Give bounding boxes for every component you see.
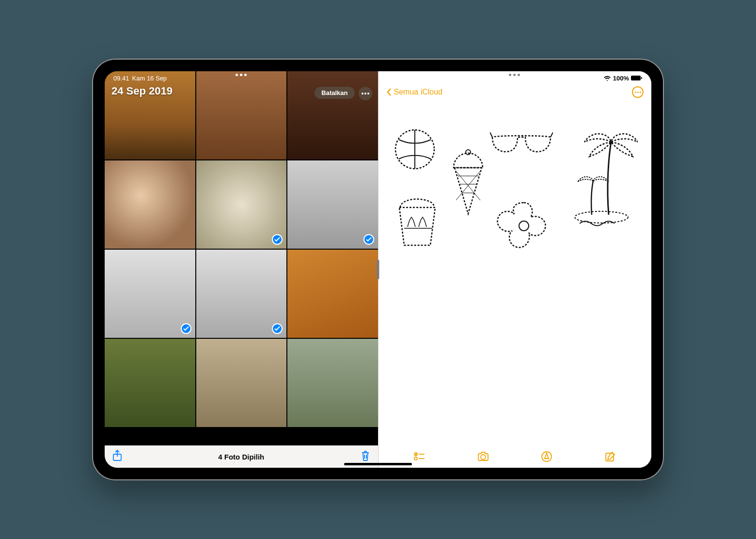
palm-trees-doodle — [565, 123, 638, 229]
photo-thumbnail[interactable] — [105, 250, 195, 338]
photo-thumbnail[interactable] — [287, 339, 378, 427]
photo-thumbnail[interactable]: 24 Sep 2019 — [105, 71, 195, 159]
photo-thumbnail[interactable] — [287, 250, 378, 338]
cancel-button[interactable]: Batalkan — [315, 87, 354, 99]
notes-more-button[interactable] — [632, 86, 644, 98]
notes-back-label: Semua iCloud — [394, 88, 443, 96]
flower-doodle — [492, 198, 555, 256]
screen: 09.41 Kam 16 Sep 100% Batalkan 24 Sep 20… — [105, 71, 651, 468]
notes-app-pane: Semua iCloud — [378, 71, 652, 468]
ice-cream-doodle — [449, 149, 488, 217]
selected-check-icon — [272, 234, 283, 245]
sunglasses-doodle — [490, 127, 553, 157]
trash-icon[interactable] — [361, 450, 370, 463]
multitask-dots-right[interactable] — [509, 74, 520, 76]
photo-thumbnail[interactable] — [196, 160, 287, 249]
notes-drawing-canvas[interactable] — [378, 103, 652, 445]
photos-grid: 24 Sep 2019 — [105, 71, 378, 445]
photos-more-button[interactable] — [359, 87, 372, 100]
selection-count-label: 4 Foto Dipilih — [105, 453, 378, 461]
checklist-icon[interactable] — [414, 452, 425, 461]
selected-check-icon — [363, 234, 374, 245]
beach-ball-doodle — [393, 127, 437, 171]
photos-toolbar: 4 Foto Dipilih — [105, 445, 378, 468]
sand-bucket-doodle — [391, 190, 444, 249]
splitview-divider-handle[interactable] — [377, 260, 379, 279]
markup-icon[interactable] — [541, 451, 552, 462]
share-icon[interactable] — [112, 450, 122, 463]
selected-check-icon — [272, 323, 283, 334]
photo-thumbnail[interactable] — [287, 71, 378, 159]
ipad-device-frame: 09.41 Kam 16 Sep 100% Batalkan 24 Sep 20… — [92, 59, 664, 480]
camera-icon[interactable] — [477, 451, 489, 462]
photos-app-pane: Batalkan 24 Sep 2019 4 Foto Dipilih — [105, 71, 378, 468]
notes-toolbar — [378, 445, 652, 468]
compose-icon[interactable] — [604, 451, 616, 462]
svg-point-5 — [466, 150, 471, 155]
home-indicator[interactable] — [344, 463, 412, 465]
svg-point-11 — [481, 455, 486, 460]
notes-back-button[interactable]: Semua iCloud — [386, 88, 443, 96]
photo-thumbnail[interactable] — [196, 339, 287, 427]
photo-thumbnail[interactable] — [196, 250, 287, 338]
photo-thumbnail[interactable] — [105, 160, 195, 249]
svg-point-9 — [414, 457, 417, 460]
notes-header: Semua iCloud — [378, 81, 652, 103]
svg-point-6 — [519, 221, 529, 231]
photos-date-header: 24 Sep 2019 — [111, 85, 173, 97]
photo-thumbnail[interactable] — [105, 339, 195, 427]
photo-thumbnail[interactable] — [196, 71, 287, 159]
selected-check-icon — [181, 323, 191, 334]
photo-thumbnail[interactable] — [287, 160, 378, 249]
multitask-dots-left[interactable] — [236, 74, 247, 76]
